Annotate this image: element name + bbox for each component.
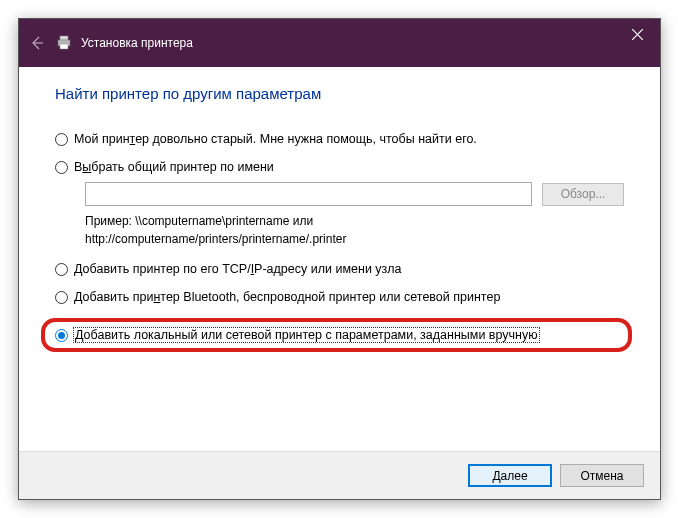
option-manual[interactable]: Добавить локальный или сетевой принтер с… bbox=[55, 328, 539, 342]
back-arrow-icon bbox=[29, 35, 45, 51]
option-label: Добавить принтер Bluetooth, беспроводной… bbox=[74, 290, 500, 304]
highlighted-option: Добавить локальный или сетевой принтер с… bbox=[41, 318, 632, 352]
next-button[interactable]: Далее bbox=[468, 464, 552, 487]
titlebar: Установка принтера bbox=[19, 19, 660, 67]
browse-button: Обзор... bbox=[542, 183, 624, 206]
printer-name-block: Обзор... Пример: \\computername\printern… bbox=[85, 182, 624, 248]
option-bluetooth[interactable]: Добавить принтер Bluetooth, беспроводной… bbox=[55, 290, 624, 304]
option-by-name[interactable]: Выбрать общий принтер по имени bbox=[55, 160, 624, 174]
printer-wizard-window: Установка принтера Найти принтер по друг… bbox=[18, 18, 661, 500]
radio-icon bbox=[55, 263, 68, 276]
content-area: Найти принтер по другим параметрам Мой п… bbox=[19, 67, 660, 352]
svg-rect-2 bbox=[60, 44, 68, 49]
option-label: Выбрать общий принтер по имени bbox=[74, 160, 274, 174]
option-old-printer[interactable]: Мой принтер довольно старый. Мне нужна п… bbox=[55, 132, 624, 146]
option-tcpip[interactable]: Добавить принтер по его TCP/IP-адресу ил… bbox=[55, 262, 624, 276]
cancel-button[interactable]: Отмена bbox=[560, 464, 644, 487]
radio-icon bbox=[55, 329, 68, 342]
close-icon bbox=[632, 29, 643, 40]
window-title: Установка принтера bbox=[81, 36, 193, 50]
printer-name-input[interactable] bbox=[85, 182, 532, 206]
footer: Далее Отмена bbox=[19, 451, 660, 499]
option-label: Добавить локальный или сетевой принтер с… bbox=[74, 328, 539, 342]
printer-icon bbox=[55, 34, 73, 52]
option-label: Мой принтер довольно старый. Мне нужна п… bbox=[74, 132, 477, 146]
back-button[interactable] bbox=[19, 19, 55, 67]
option-label: Добавить принтер по его TCP/IP-адресу ил… bbox=[74, 262, 401, 276]
page-heading: Найти принтер по другим параметрам bbox=[55, 85, 624, 102]
close-button[interactable] bbox=[614, 19, 660, 49]
example-text: Пример: \\computername\printername или h… bbox=[85, 212, 624, 248]
radio-icon bbox=[55, 161, 68, 174]
radio-icon bbox=[55, 291, 68, 304]
svg-rect-0 bbox=[60, 36, 68, 40]
radio-icon bbox=[55, 133, 68, 146]
